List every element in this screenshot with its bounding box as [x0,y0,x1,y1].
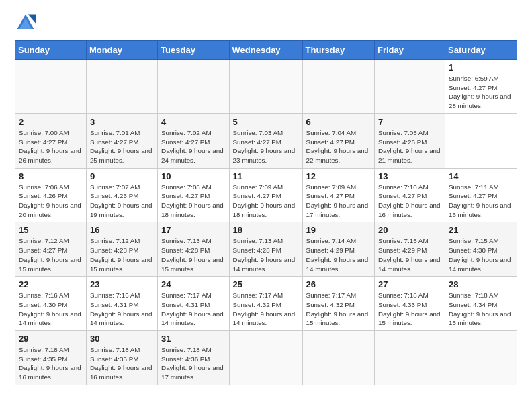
calendar-table: SundayMondayTuesdayWednesdayThursdayFrid… [15,40,517,385]
week-row-1: 2Sunrise: 7:00 AMSunset: 4:27 PMDaylight… [15,113,517,168]
day-cell-23: 23Sunrise: 7:16 AMSunset: 4:31 PMDayligh… [86,277,157,331]
day-detail: Sunrise: 7:17 AMSunset: 4:31 PMDaylight:… [161,291,226,328]
day-number: 15 [19,225,83,235]
day-number: 11 [233,171,299,181]
day-cell-7: 7Sunrise: 7:05 AMSunset: 4:26 PMDaylight… [374,113,445,168]
day-detail: Sunrise: 7:11 AMSunset: 4:27 PMDaylight:… [449,183,513,220]
day-cell-29: 29Sunrise: 7:18 AMSunset: 4:35 PMDayligh… [15,331,87,385]
day-detail: Sunrise: 7:05 AMSunset: 4:26 PMDaylight:… [378,128,441,165]
day-detail: Sunrise: 7:09 AMSunset: 4:27 PMDaylight:… [306,183,371,220]
day-number: 22 [19,279,83,289]
day-cell-26: 26Sunrise: 7:17 AMSunset: 4:32 PMDayligh… [302,277,374,331]
day-number: 4 [161,117,226,127]
day-cell-15: 15Sunrise: 7:12 AMSunset: 4:27 PMDayligh… [15,222,87,277]
day-cell-31: 31Sunrise: 7:18 AMSunset: 4:36 PMDayligh… [158,331,230,385]
day-number: 19 [306,225,371,235]
day-cell-25: 25Sunrise: 7:17 AMSunset: 4:32 PMDayligh… [229,277,302,331]
day-number: 27 [378,279,441,289]
day-detail: Sunrise: 7:16 AMSunset: 4:30 PMDaylight:… [19,291,83,328]
empty-cell [86,60,157,114]
header-day-monday: Monday [86,41,157,60]
day-number: 16 [90,225,154,235]
day-number: 13 [378,171,441,181]
logo-icon [15,12,36,34]
day-detail: Sunrise: 7:12 AMSunset: 4:27 PMDaylight:… [19,236,83,273]
day-number: 2 [19,117,83,127]
day-detail: Sunrise: 7:01 AMSunset: 4:27 PMDaylight:… [90,128,154,165]
day-number: 28 [449,279,513,289]
day-cell-17: 17Sunrise: 7:13 AMSunset: 4:28 PMDayligh… [158,222,230,277]
day-detail: Sunrise: 7:09 AMSunset: 4:27 PMDaylight:… [233,183,299,220]
day-number: 6 [306,117,371,127]
day-detail: Sunrise: 7:14 AMSunset: 4:29 PMDaylight:… [306,236,371,273]
day-cell-8: 8Sunrise: 7:06 AMSunset: 4:26 PMDaylight… [15,168,87,222]
week-row-2: 8Sunrise: 7:06 AMSunset: 4:26 PMDaylight… [15,168,517,222]
day-number: 23 [90,279,154,289]
day-detail: Sunrise: 7:15 AMSunset: 4:29 PMDaylight:… [378,236,441,273]
day-detail: Sunrise: 7:18 AMSunset: 4:36 PMDaylight:… [161,345,226,382]
day-cell-5: 5Sunrise: 7:03 AMSunset: 4:27 PMDaylight… [229,113,302,168]
day-cell-3: 3Sunrise: 7:01 AMSunset: 4:27 PMDaylight… [86,113,157,168]
day-detail: Sunrise: 7:04 AMSunset: 4:27 PMDaylight:… [306,128,371,165]
day-number: 30 [90,334,154,344]
day-detail: Sunrise: 7:00 AMSunset: 4:27 PMDaylight:… [19,128,83,165]
header-day-sunday: Sunday [15,41,87,60]
week-row-5: 29Sunrise: 7:18 AMSunset: 4:35 PMDayligh… [15,331,517,385]
day-number: 29 [19,334,83,344]
day-number: 26 [306,279,371,289]
week-row-4: 22Sunrise: 7:16 AMSunset: 4:30 PMDayligh… [15,277,517,331]
page: SundayMondayTuesdayWednesdayThursdayFrid… [0,0,532,411]
day-number: 12 [306,171,371,181]
day-detail: Sunrise: 7:06 AMSunset: 4:26 PMDaylight:… [19,183,83,220]
header-day-thursday: Thursday [302,41,374,60]
day-number: 9 [90,171,154,181]
day-cell-18: 18Sunrise: 7:13 AMSunset: 4:28 PMDayligh… [229,222,302,277]
day-number: 21 [449,225,513,235]
day-detail: Sunrise: 7:02 AMSunset: 4:27 PMDaylight:… [161,128,226,165]
day-detail: Sunrise: 7:18 AMSunset: 4:33 PMDaylight:… [378,291,441,328]
day-detail: Sunrise: 7:12 AMSunset: 4:28 PMDaylight:… [90,236,154,273]
empty-cell [302,60,374,114]
header-day-tuesday: Tuesday [158,41,230,60]
day-detail: Sunrise: 7:03 AMSunset: 4:27 PMDaylight:… [233,128,299,165]
day-cell-14: 14Sunrise: 7:11 AMSunset: 4:27 PMDayligh… [445,168,517,222]
day-number: 20 [378,225,441,235]
day-number: 18 [233,225,299,235]
day-detail: Sunrise: 7:07 AMSunset: 4:26 PMDaylight:… [90,183,154,220]
day-detail: Sunrise: 7:13 AMSunset: 4:28 PMDaylight:… [233,236,299,273]
header-day-saturday: Saturday [445,41,517,60]
day-detail: Sunrise: 7:13 AMSunset: 4:28 PMDaylight:… [161,236,226,273]
logo [15,12,39,34]
header-day-friday: Friday [374,41,445,60]
day-detail: Sunrise: 7:18 AMSunset: 4:34 PMDaylight:… [449,291,513,328]
day-detail: Sunrise: 7:08 AMSunset: 4:27 PMDaylight:… [161,183,226,220]
day-cell-22: 22Sunrise: 7:16 AMSunset: 4:30 PMDayligh… [15,277,87,331]
day-cell-13: 13Sunrise: 7:10 AMSunset: 4:27 PMDayligh… [374,168,445,222]
day-detail: Sunrise: 7:15 AMSunset: 4:30 PMDaylight:… [449,236,513,273]
header-day-wednesday: Wednesday [229,41,302,60]
header [15,12,517,34]
day-cell-1: 1Sunrise: 6:59 AMSunset: 4:27 PMDaylight… [445,60,517,114]
day-number: 1 [449,62,513,73]
week-row-0: 1Sunrise: 6:59 AMSunset: 4:27 PMDaylight… [15,60,517,114]
day-number: 8 [19,171,83,181]
day-number: 14 [449,171,513,181]
day-cell-30: 30Sunrise: 7:18 AMSunset: 4:35 PMDayligh… [86,331,157,385]
day-cell-16: 16Sunrise: 7:12 AMSunset: 4:28 PMDayligh… [86,222,157,277]
day-cell-2: 2Sunrise: 7:00 AMSunset: 4:27 PMDaylight… [15,113,87,168]
day-detail: Sunrise: 7:17 AMSunset: 4:32 PMDaylight:… [233,291,299,328]
calendar-body: 1Sunrise: 6:59 AMSunset: 4:27 PMDaylight… [15,60,517,385]
day-cell-12: 12Sunrise: 7:09 AMSunset: 4:27 PMDayligh… [302,168,374,222]
day-cell-27: 27Sunrise: 7:18 AMSunset: 4:33 PMDayligh… [374,277,445,331]
empty-cell [445,331,517,385]
day-detail: Sunrise: 7:18 AMSunset: 4:35 PMDaylight:… [90,345,154,382]
empty-cell [302,331,374,385]
empty-cell [229,331,302,385]
day-detail: Sunrise: 7:10 AMSunset: 4:27 PMDaylight:… [378,183,441,220]
day-cell-20: 20Sunrise: 7:15 AMSunset: 4:29 PMDayligh… [374,222,445,277]
empty-cell [229,60,302,114]
day-number: 31 [161,334,226,344]
day-number: 3 [90,117,154,127]
day-cell-6: 6Sunrise: 7:04 AMSunset: 4:27 PMDaylight… [302,113,374,168]
empty-cell [15,60,87,114]
